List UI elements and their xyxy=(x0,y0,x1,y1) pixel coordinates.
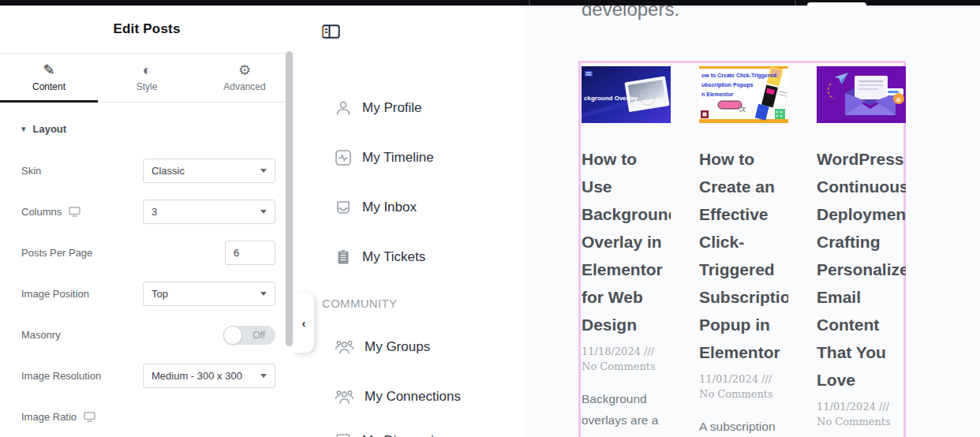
post-title[interactable]: How to Use Background Overlay in Element… xyxy=(582,145,671,338)
panel-title: Edit Posts xyxy=(113,21,180,37)
columns-value: 3 xyxy=(151,206,157,218)
menu-label: My Discussions xyxy=(362,433,455,437)
control-image-resolution: Image Resolution Medium - 300 x 300 xyxy=(21,364,275,388)
image-position-value: Top xyxy=(151,288,168,300)
panel-scrollbar[interactable] xyxy=(286,51,293,346)
menu-label: My Connections xyxy=(365,389,461,405)
gear-icon: ⚙ xyxy=(238,63,251,77)
skin-label: Skin xyxy=(21,165,41,177)
menu-label: My Inbox xyxy=(362,200,417,215)
post-comments[interactable]: No Comments xyxy=(699,388,773,400)
users-icon xyxy=(335,388,354,405)
tab-advanced[interactable]: ⚙ Advanced xyxy=(196,54,294,102)
thumbnail-text: ubscription Popups xyxy=(701,82,754,88)
columns-label-text: Columns xyxy=(21,206,62,218)
posts-per-page-label: Posts Per Page xyxy=(21,247,92,259)
image-ratio-label: Image Ratio xyxy=(21,411,95,423)
panel-body: ▾ Layout Skin Classic Columns xyxy=(0,103,294,429)
post-thumbnail[interactable]: a xyxy=(817,66,906,123)
half-circle-icon: ◐ xyxy=(143,63,151,77)
skin-value: Classic xyxy=(151,165,185,177)
posts-grid-columns: ckground Overlay How to Use Background O… xyxy=(582,66,903,437)
post-meta: 11/18/2024 /// No Comments xyxy=(582,344,671,374)
top-black-bar xyxy=(0,0,980,6)
topbar-white-tab xyxy=(807,2,866,6)
menu-section-community: COMMUNITY xyxy=(322,297,397,310)
panel-collapse-handle[interactable]: ‹ xyxy=(294,293,314,353)
panel-tabs: ✎ Content ◐ Style ⚙ Advanced xyxy=(0,54,294,103)
users-icon xyxy=(335,338,354,356)
posts-widget-selected[interactable]: ckground Overlay How to Use Background O… xyxy=(578,61,906,437)
tab-style[interactable]: ◐ Style xyxy=(98,54,196,102)
section-layout-title: Layout xyxy=(33,123,67,135)
inbox-icon xyxy=(335,199,352,216)
post-comments[interactable]: No Comments xyxy=(817,416,891,428)
masonry-toggle[interactable]: Off xyxy=(223,326,275,345)
post-thumbnail[interactable]: ckground Overlay xyxy=(582,66,671,123)
post-thumbnail[interactable]: ow to Create Click-Triggered ubscription… xyxy=(699,66,788,123)
thumbnail-text: n Elementor xyxy=(701,92,734,97)
menu-item-my-discussions[interactable]: My Discussions xyxy=(335,432,455,437)
chevron-down-icon xyxy=(260,292,267,296)
tab-content-label: Content xyxy=(32,81,65,92)
posts-per-page-input[interactable] xyxy=(225,241,275,265)
image-resolution-select[interactable]: Medium - 300 x 300 xyxy=(143,364,275,388)
columns-label: Columns xyxy=(21,206,80,218)
monitor-icon[interactable] xyxy=(84,412,95,422)
image-position-select[interactable]: Top xyxy=(143,282,275,306)
page-sidebar-menu: My Profile My Timeline My Inbox xyxy=(294,6,523,437)
menu-label: My Profile xyxy=(362,100,422,116)
image-position-label: Image Position xyxy=(21,288,89,300)
post-card: ckground Overlay How to Use Background O… xyxy=(582,66,671,437)
chevron-down-icon xyxy=(260,210,267,214)
post-excerpt: Background overlays are a design xyxy=(582,388,671,437)
control-posts-per-page: Posts Per Page xyxy=(21,241,275,265)
post-comments[interactable]: No Comments xyxy=(582,360,656,372)
image-resolution-value: Medium - 300 x 300 xyxy=(151,370,242,382)
menu-item-my-connections[interactable]: My Connections xyxy=(335,388,461,405)
control-skin: Skin Classic xyxy=(21,159,275,183)
image-resolution-label: Image Resolution xyxy=(21,370,101,382)
menu-label: My Groups xyxy=(365,339,430,355)
topbar-separator xyxy=(529,0,530,6)
menu-item-my-inbox[interactable]: My Inbox xyxy=(335,199,417,216)
clipboard-icon xyxy=(335,248,352,266)
tab-style-label: Style xyxy=(137,81,158,92)
chevron-left-icon: ‹ xyxy=(302,316,306,330)
sidebar-toggle-icon[interactable] xyxy=(322,24,340,39)
chevron-down-icon xyxy=(260,169,267,173)
menu-item-my-tickets[interactable]: My Tickets xyxy=(335,248,425,266)
toggle-state-label: Off xyxy=(252,330,265,341)
post-title[interactable]: WordPress Continuous Deployment: Craftin… xyxy=(817,145,906,394)
menu-item-my-timeline[interactable]: My Timeline xyxy=(335,149,434,166)
post-date: 11/01/2024 /// xyxy=(817,401,889,413)
menu-label: My Timeline xyxy=(362,150,434,166)
user-icon xyxy=(335,99,352,117)
control-masonry: Masonry Off xyxy=(21,323,275,347)
control-image-ratio: Image Ratio xyxy=(21,405,275,429)
thumbnail-text: ckground Overlay xyxy=(584,95,638,102)
pencil-icon: ✎ xyxy=(43,63,54,77)
topbar-separator xyxy=(795,0,796,6)
tab-content[interactable]: ✎ Content xyxy=(0,54,98,102)
post-title[interactable]: How to Create an Effective Click-Trigger… xyxy=(699,145,788,366)
skin-select[interactable]: Classic xyxy=(143,159,275,183)
control-columns: Columns 3 xyxy=(21,200,275,224)
activity-icon xyxy=(335,149,352,166)
masonry-label: Masonry xyxy=(21,329,61,341)
panel-header: Edit Posts xyxy=(0,6,294,54)
control-image-position: Image Position Top xyxy=(21,282,275,306)
monitor-icon[interactable] xyxy=(69,207,80,217)
section-layout-header[interactable]: ▾ Layout xyxy=(21,123,275,135)
page-content-area: developers. xyxy=(523,6,980,437)
menu-item-my-groups[interactable]: My Groups xyxy=(335,338,430,356)
post-card: a WordPress Continuous Deployment: Craft… xyxy=(817,66,906,437)
columns-select[interactable]: 3 xyxy=(143,200,275,224)
chevron-down-icon xyxy=(260,374,267,378)
post-meta: 11/01/2024 /// No Comments xyxy=(699,372,788,402)
post-date: 11/01/2024 /// xyxy=(699,373,772,385)
image-ratio-label-text: Image Ratio xyxy=(21,411,77,423)
tab-advanced-label: Advanced xyxy=(223,81,265,92)
menu-item-my-profile[interactable]: My Profile xyxy=(335,99,422,117)
preview-canvas: My Profile My Timeline My Inbox xyxy=(294,6,980,437)
